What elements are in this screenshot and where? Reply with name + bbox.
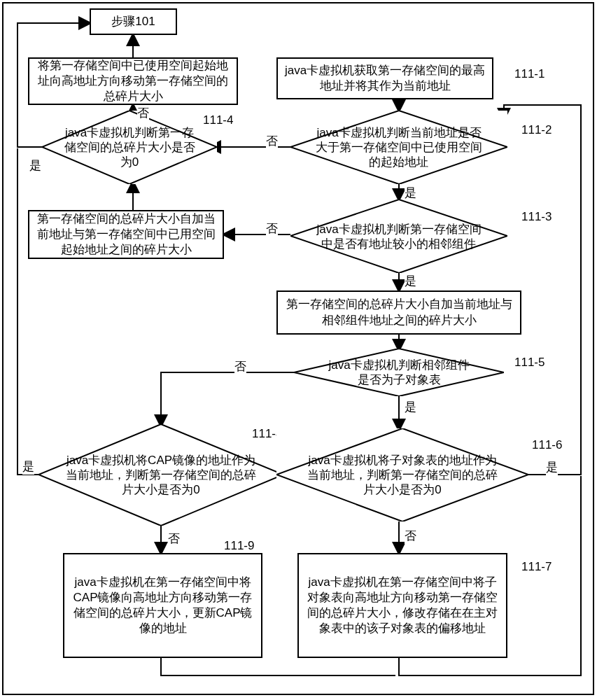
no-8: 否	[168, 531, 180, 547]
step-101-text: 步骤101	[111, 14, 155, 29]
get-high-addr-text: java卡虚拟机获取第一存储空间的最高地址并将其作为当前地址	[282, 63, 488, 94]
label-111-6: 111-6	[532, 438, 562, 452]
d-total-frag-zero: java卡虚拟机判断第一存储空间的总碎片大小是否为0	[42, 111, 217, 184]
d-sub-frag-zero-text: java卡虚拟机将子对象表的地址作为当前地址，判断第一存储空间的总碎片大小是否为…	[304, 453, 501, 498]
no-6: 否	[405, 528, 416, 544]
label-111-3: 111-3	[521, 210, 552, 224]
add-cur-neighbor-frag-text: 第一存储空间的总碎片大小自加当前地址与相邻组件地址之间的碎片大小	[282, 297, 516, 328]
d-cur-gt-start: java卡虚拟机判断当前地址是否大于第一存储空间中已使用空间的起始地址	[290, 111, 507, 184]
yes-3: 是	[405, 273, 416, 289]
move-start-addr-box: 将第一存储空间中已使用空间起始地址向高地址方向移动第一存储空间的总碎片大小	[28, 57, 238, 105]
yes-5: 是	[405, 399, 416, 415]
yes-2: 是	[405, 185, 416, 201]
label-111-4: 111-4	[203, 113, 233, 127]
add-cur-start-frag-text: 第一存储空间的总碎片大小自加当前地址与第一存储空间中已用空间起始地址之间的碎片大…	[34, 211, 218, 258]
d-total-frag-zero-text: java卡虚拟机判断第一存储空间的总碎片大小是否为0	[62, 125, 198, 170]
d-cur-gt-start-text: java卡虚拟机判断当前地址是否大于第一存储空间中已使用空间的起始地址	[314, 125, 484, 170]
move-start-addr-text: 将第一存储空间中已使用空间起始地址向高地址方向移动第一存储空间的总碎片大小	[34, 58, 232, 104]
d-smaller-neighbor: java卡虚拟机判断第一存储空间中是否有地址较小的相邻组件	[290, 200, 507, 273]
label-111-9: 111-9	[224, 539, 254, 553]
label-111-7: 111-7	[521, 560, 552, 574]
d-neighbor-is-subtable-text: java卡虚拟机判断相邻组件是否为子对象表	[323, 358, 475, 388]
d-neighbor-is-subtable: java卡虚拟机判断相邻组件是否为子对象表	[294, 349, 504, 396]
no-1: 否	[137, 105, 149, 121]
label-111-5: 111-5	[514, 356, 545, 370]
yes-6: 是	[546, 459, 558, 475]
move-cap-box: java卡虚拟机在第一存储空间中将CAP镜像向高地址方向移动第一存储空间的总碎片…	[63, 553, 262, 658]
no-2: 否	[266, 133, 278, 149]
move-cap-text: java卡虚拟机在第一存储空间中将CAP镜像向高地址方向移动第一存储空间的总碎片…	[69, 575, 257, 636]
no-3: 否	[266, 220, 278, 237]
get-high-addr-box: java卡虚拟机获取第一存储空间的最高地址并将其作为当前地址	[276, 57, 493, 99]
d-cap-frag-zero: java卡虚拟机将CAP镜像的地址作为当前地址，判断第一存储空间的总碎片大小是否…	[38, 424, 283, 526]
d-cap-frag-zero-text: java卡虚拟机将CAP镜像的地址作为当前地址，判断第一存储空间的总碎片大小是否…	[66, 453, 257, 498]
yes-8: 是	[22, 458, 34, 475]
d-smaller-neighbor-text: java卡虚拟机判断第一存储空间中是否有地址较小的相邻组件	[314, 221, 484, 251]
add-cur-start-frag-box: 第一存储空间的总碎片大小自加当前地址与第一存储空间中已用空间起始地址之间的碎片大…	[28, 210, 224, 259]
move-subtable-text: java卡虚拟机在第一存储空间中将子对象表向高地址方向移动第一存储空间的总碎片大…	[303, 575, 502, 636]
add-cur-neighbor-frag-box: 第一存储空间的总碎片大小自加当前地址与相邻组件地址之间的碎片大小	[276, 290, 521, 335]
yes-1: 是	[29, 158, 41, 174]
d-sub-frag-zero: java卡虚拟机将子对象表的地址作为当前地址，判断第一存储空间的总碎片大小是否为…	[276, 428, 528, 522]
move-subtable-box: java卡虚拟机在第一存储空间中将子对象表向高地址方向移动第一存储空间的总碎片大…	[297, 553, 507, 658]
label-111-1: 111-1	[514, 67, 545, 81]
no-5: 否	[234, 358, 246, 374]
step-101-box: 步骤101	[90, 8, 177, 35]
label-111-2: 111-2	[521, 123, 552, 137]
